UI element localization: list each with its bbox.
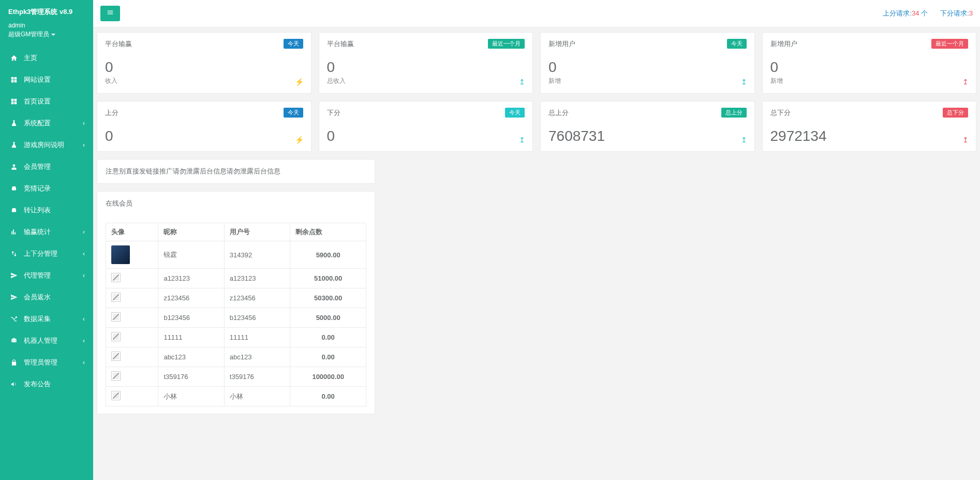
nav-item-3[interactable]: 系统配置 ‹: [0, 112, 93, 134]
card-value: 0: [105, 60, 303, 75]
nav-label: 输赢统计: [24, 227, 51, 237]
card-title: 总下分: [770, 108, 943, 118]
send-icon: [9, 294, 19, 301]
card-badge: 总上分: [721, 108, 747, 118]
card-badge: 今天: [505, 108, 525, 118]
stat2-card-2: 总上分 总上分 7608731 ↥: [540, 101, 755, 152]
nav-label: 会员返水: [24, 293, 51, 302]
nav-label: 主页: [24, 53, 37, 63]
table-header: 昵称: [158, 223, 224, 241]
card-badge: 今天: [727, 39, 747, 49]
chevron-left-icon: ‹: [83, 315, 85, 323]
card-sublabel: 总收入: [327, 77, 525, 85]
card-title: 上分: [105, 108, 284, 118]
stats-row-2: 上分 今天 0 ⚡ 下分 今天 0 ↥ 总上分 总上分: [97, 101, 976, 152]
hamburger-icon: [107, 9, 114, 16]
cell-uid: 11111: [224, 328, 290, 347]
indicator-icon: ↥: [741, 136, 747, 144]
role-label: 超级GM管理员: [8, 30, 49, 39]
nav-label: 会员管理: [24, 162, 51, 171]
card-badge: 总下分: [943, 108, 968, 118]
card-value: 0: [770, 60, 969, 75]
cell-uid: b123456: [224, 308, 290, 328]
random-icon: [9, 315, 19, 323]
indicator-icon: ⚡: [295, 78, 304, 86]
nav-label: 代理管理: [24, 271, 51, 280]
nav-label: 机器人管理: [24, 336, 57, 345]
card-badge: 最近一个月: [931, 39, 968, 49]
nav-item-4[interactable]: 游戏房间说明 ‹: [0, 134, 93, 156]
cell-points: 5000.00: [290, 308, 366, 328]
card-title: 新增用户: [548, 39, 727, 49]
card-value: 0: [327, 60, 525, 75]
nav-item-15[interactable]: 发布公告: [0, 373, 93, 395]
current-user: admin: [8, 22, 85, 29]
nav-item-7[interactable]: 转让列表: [0, 199, 93, 221]
robot-icon: [9, 337, 19, 344]
main-area: 上分请求:34 个 下分请求:3 平台输赢 今天 0 收入 ⚡ 平台输赢 最近一…: [93, 0, 980, 419]
caret-down-icon: [51, 34, 55, 36]
card-sublabel: 新增: [548, 77, 747, 85]
indicator-icon: ↥: [519, 136, 525, 144]
nav-label: 网站设置: [24, 75, 51, 84]
nav-item-5[interactable]: 会员管理: [0, 156, 93, 178]
nav-item-9[interactable]: 上下分管理 ‹: [0, 243, 93, 265]
table-row: 11111 11111 0.00: [106, 328, 366, 347]
nav-item-6[interactable]: 竞猜记录: [0, 178, 93, 199]
car-icon: [9, 207, 19, 214]
card-value: 0: [105, 129, 303, 143]
cell-uid: t359176: [224, 367, 290, 387]
cell-points: 0.00: [290, 347, 366, 367]
cell-points: 51000.00: [290, 269, 366, 288]
table-row: a123123 a123123 51000.00: [106, 269, 366, 288]
cell-points: 0.00: [290, 328, 366, 347]
nav-label: 数据采集: [24, 314, 51, 324]
pending-down-requests[interactable]: 下分请求:3: [940, 9, 973, 18]
user-icon: [9, 163, 19, 170]
notice-panel: 注意别直接发链接推广请勿泄露后台信息请勿泄露后台信息: [97, 159, 375, 184]
stat1-card-2: 新增用户 今天 0 新增 ↥: [540, 32, 755, 94]
nav-item-12[interactable]: 数据采集 ‹: [0, 308, 93, 330]
nav-item-14[interactable]: 管理员管理 ‹: [0, 352, 93, 373]
card-value: 0: [327, 129, 525, 143]
cell-nick: 锐霆: [158, 241, 224, 269]
role-dropdown[interactable]: 超级GM管理员: [8, 30, 85, 39]
stat1-card-0: 平台输赢 今天 0 收入 ⚡: [97, 32, 311, 94]
cell-uid: z123456: [224, 288, 290, 308]
nav-label: 首页设置: [24, 97, 51, 106]
table-row: b123456 b123456 5000.00: [106, 308, 366, 328]
sidebar-header: Ethpk3管理系统 v8.9 admin 超级GM管理员: [0, 0, 93, 42]
table-row: t359176 t359176 100000.00: [106, 367, 366, 387]
bar-icon: [9, 228, 19, 236]
chevron-left-icon: ‹: [83, 272, 85, 279]
stat2-card-3: 总下分 总下分 2972134 ↥: [762, 101, 977, 152]
app-title: Ethpk3管理系统 v8.9: [8, 7, 85, 17]
nav-item-1[interactable]: 网站设置: [0, 69, 93, 91]
cell-points: 100000.00: [290, 367, 366, 387]
send-icon: [9, 272, 19, 279]
broken-image-icon: [111, 293, 121, 302]
nav-item-8[interactable]: 输赢统计 ‹: [0, 221, 93, 243]
content: 平台输赢 今天 0 收入 ⚡ 平台输赢 最近一个月 0 总收入 ↥ 新增用户 今…: [93, 27, 980, 419]
nav-label: 转让列表: [24, 206, 51, 215]
toggle-sidebar-button[interactable]: [100, 6, 120, 21]
pending-up-requests[interactable]: 上分请求:34 个: [883, 9, 928, 18]
flask-icon: [9, 141, 19, 149]
car-icon: [9, 185, 19, 192]
cell-uid: 小林: [224, 387, 290, 406]
nav-item-10[interactable]: 代理管理 ‹: [0, 265, 93, 286]
broken-image-icon: [111, 312, 121, 322]
updown-icon: [9, 250, 19, 257]
nav-item-13[interactable]: 机器人管理 ‹: [0, 330, 93, 352]
nav-item-11[interactable]: 会员返水: [0, 286, 93, 308]
cell-points: 5900.00: [290, 241, 366, 269]
table-header: 用户号: [224, 223, 290, 241]
th-icon: [9, 76, 19, 83]
nav-item-2[interactable]: 首页设置: [0, 91, 93, 112]
online-members-card: 在线会员 头像昵称用户号剩余点数 锐霆 314392 5900.00 a1231…: [97, 191, 375, 414]
nav-item-0[interactable]: 主页: [0, 47, 93, 69]
chevron-left-icon: ‹: [83, 337, 85, 344]
online-members-table: 头像昵称用户号剩余点数 锐霆 314392 5900.00 a123123 a1…: [106, 223, 366, 406]
avatar: [111, 245, 130, 264]
home-icon: [9, 54, 19, 62]
